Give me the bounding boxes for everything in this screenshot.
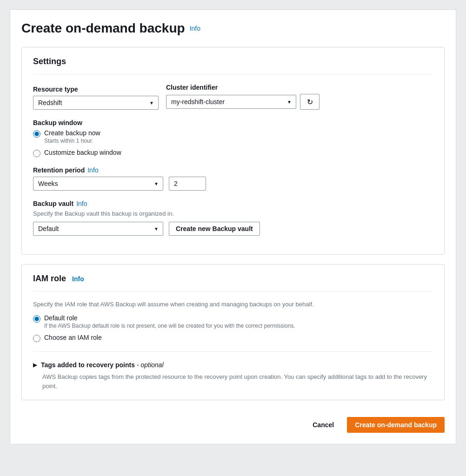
create-on-demand-backup-button[interactable]: Create on-demand backup <box>347 417 445 433</box>
backup-vault-select[interactable]: Default <box>33 222 163 236</box>
backup-vault-select-wrapper: Default ▼ <box>33 222 163 236</box>
backup-window-radio-group: Create backup now Starts within 1 hour. … <box>33 129 433 157</box>
cluster-identifier-select[interactable]: my-redshift-cluster <box>166 95 296 109</box>
cancel-button[interactable]: Cancel <box>305 417 341 433</box>
page-info-link[interactable]: Info <box>190 25 200 32</box>
backup-window-radio-customize[interactable] <box>33 150 40 157</box>
cluster-identifier-select-wrapper: my-redshift-cluster ▼ <box>166 95 296 109</box>
resource-type-label: Resource type <box>33 86 159 93</box>
retention-period-group: Retention period Info Days Weeks Months … <box>33 166 433 191</box>
backup-vault-label: Backup vault Info <box>33 200 433 207</box>
backup-window-label: Backup window <box>33 119 433 126</box>
page-title: Create on-demand backup <box>21 21 185 36</box>
backup-window-group: Backup window Create backup now Starts w… <box>33 119 433 157</box>
settings-section-title: Settings <box>33 57 433 74</box>
resource-cluster-row: Resource type Redshift EC2 RDS S3 EFS ▼ … <box>33 84 433 110</box>
section-divider <box>33 351 433 352</box>
resource-type-select[interactable]: Redshift EC2 RDS S3 EFS <box>33 96 159 110</box>
footer: Cancel Create on-demand backup <box>21 410 445 433</box>
page-container: Create on-demand backup Info Settings Re… <box>10 9 456 444</box>
cluster-identifier-group: Cluster identifier my-redshift-cluster ▼… <box>166 84 320 110</box>
iam-role-section: IAM role Info Specify the IAM role that … <box>21 264 445 400</box>
iam-role-description: Specify the IAM role that AWS Backup wil… <box>33 301 433 308</box>
backup-window-option-customize[interactable]: Customize backup window <box>33 149 433 157</box>
backup-window-option-create-now[interactable]: Create backup now Starts within 1 hour. <box>33 129 433 144</box>
tags-header: ▶ Tags added to recovery points - option… <box>33 361 433 369</box>
settings-section: Settings Resource type Redshift EC2 RDS … <box>21 47 445 255</box>
retention-number-input[interactable] <box>169 177 206 191</box>
backup-vault-inputs: Default ▼ Create new Backup vault <box>33 222 433 236</box>
iam-role-section-title: IAM role Info <box>33 274 433 291</box>
cluster-id-row: my-redshift-cluster ▼ ↻ <box>166 94 320 110</box>
backup-window-radio-create-now[interactable] <box>33 130 40 138</box>
tags-expand-icon[interactable]: ▶ <box>33 362 37 368</box>
backup-vault-info-link[interactable]: Info <box>76 200 87 207</box>
refresh-icon: ↻ <box>307 98 313 106</box>
resource-type-group: Resource type Redshift EC2 RDS S3 EFS ▼ <box>33 86 159 110</box>
retention-unit-select-wrapper: Days Weeks Months Years ▼ <box>33 177 163 191</box>
iam-role-info-link[interactable]: Info <box>72 275 84 283</box>
retention-period-label: Retention period Info <box>33 166 433 174</box>
iam-choose-role-option[interactable]: Choose an IAM role <box>33 334 433 342</box>
tags-description: AWS Backup copies tags from the protecte… <box>42 372 433 390</box>
create-new-backup-vault-button[interactable]: Create new Backup vault <box>169 222 260 236</box>
iam-default-role-label: Default role <box>44 314 295 322</box>
page-title-row: Create on-demand backup Info <box>21 21 445 36</box>
iam-default-role-option[interactable]: Default role If the AWS Backup default r… <box>33 314 433 329</box>
iam-default-role-radio[interactable] <box>33 315 40 323</box>
retention-period-info-link[interactable]: Info <box>87 166 98 174</box>
retention-unit-select[interactable]: Days Weeks Months Years <box>33 177 163 191</box>
resource-type-select-wrapper: Redshift EC2 RDS S3 EFS ▼ <box>33 96 159 110</box>
customize-label: Customize backup window <box>44 149 121 156</box>
backup-vault-group: Backup vault Info Specify the Backup vau… <box>33 200 433 236</box>
tags-title: Tags added to recovery points - optional <box>41 361 164 369</box>
tags-section: ▶ Tags added to recovery points - option… <box>33 361 433 390</box>
iam-default-role-sublabel: If the AWS Backup default role is not pr… <box>44 323 295 329</box>
iam-role-radio-group: Default role If the AWS Backup default r… <box>33 314 433 342</box>
iam-choose-role-radio[interactable] <box>33 335 40 342</box>
create-now-label: Create backup now <box>44 129 100 137</box>
cluster-identifier-label: Cluster identifier <box>166 84 320 91</box>
refresh-button[interactable]: ↻ <box>300 94 320 110</box>
iam-choose-role-label: Choose an IAM role <box>44 334 102 341</box>
retention-period-inputs: Days Weeks Months Years ▼ <box>33 177 433 191</box>
create-now-sublabel: Starts within 1 hour. <box>44 138 100 144</box>
backup-vault-description: Specify the Backup vault this backup is … <box>33 210 433 217</box>
